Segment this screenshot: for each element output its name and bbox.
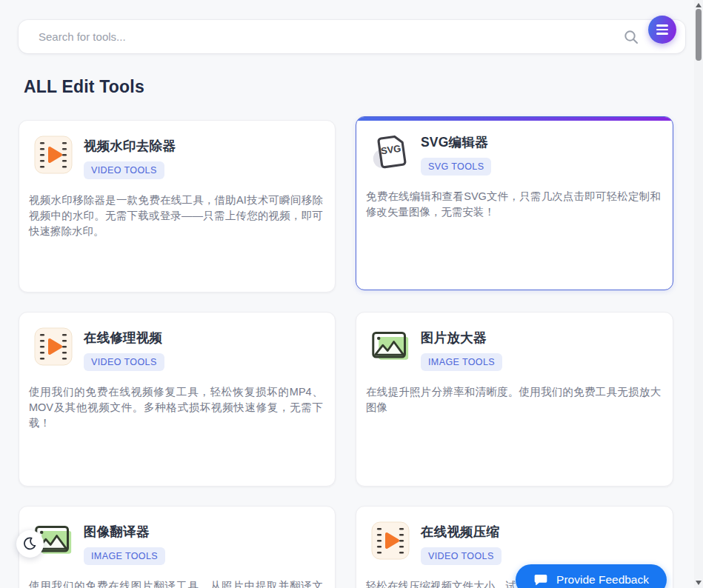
- tool-title: 图片放大器: [421, 329, 502, 347]
- tool-category-badge: SVG TOOLS: [421, 158, 491, 176]
- tool-description: 免费在线编辑和查看SVG文件，只需几次点击即可轻松定制和修改矢量图像，无需安装！: [356, 176, 673, 220]
- tool-description: 视频水印移除器是一款免费在线工具，借助AI技术可瞬间移除视频中的水印。无需下载或…: [19, 179, 335, 239]
- tool-description: 使用我们的免费在线图片翻译工具，从照片中提取并翻译文字。: [19, 565, 335, 588]
- tool-title: 在线修理视频: [84, 329, 164, 347]
- scroll-up-arrow-icon[interactable]: [696, 3, 702, 7]
- tool-description: 在线提升照片分辨率和清晰度。使用我们的免费工具无损放大图像: [356, 371, 673, 415]
- tool-card[interactable]: 图像翻译器 IMAGE TOOLS 使用我们的免费在线图片翻译工具，从照片中提取…: [19, 506, 336, 588]
- tool-category-badge: IMAGE TOOLS: [421, 353, 502, 371]
- feedback-label: Provide Feedback: [556, 573, 649, 587]
- tool-category-badge: VIDEO TOOLS: [421, 547, 502, 565]
- tool-card[interactable]: 在线修理视频 VIDEO TOOLS 使用我们的免费在线视频修复工具，轻松恢复损…: [19, 312, 336, 487]
- tool-card[interactable]: SVG SVG编辑器 SVG TOOLS 免费在线编辑和查看SVG文件，只需几次…: [356, 116, 673, 290]
- image-tool-icon: [371, 327, 410, 366]
- video-tool-icon: [371, 521, 410, 560]
- tool-card[interactable]: 视频水印去除器 VIDEO TOOLS 视频水印移除器是一款免费在线工具，借助A…: [19, 120, 336, 293]
- theme-toggle-button[interactable]: [16, 530, 44, 558]
- scroll-down-arrow-icon[interactable]: [696, 581, 702, 585]
- feedback-button[interactable]: Provide Feedback: [516, 564, 667, 588]
- svg-file-icon: SVG: [371, 132, 410, 170]
- tool-category-badge: VIDEO TOOLS: [84, 161, 164, 179]
- tool-title: 图像翻译器: [84, 523, 165, 541]
- chat-bubble-icon: [533, 572, 548, 587]
- search-input[interactable]: [19, 30, 685, 43]
- tool-title: 视频水印去除器: [84, 137, 176, 155]
- card-accent-bar: [356, 117, 673, 121]
- tool-category-badge: VIDEO TOOLS: [84, 353, 164, 371]
- video-tool-icon: [34, 136, 73, 174]
- search-icon: [623, 29, 639, 45]
- scrollbar-thumb[interactable]: [696, 9, 702, 61]
- video-tool-icon: [34, 327, 73, 366]
- tool-title: SVG编辑器: [421, 133, 491, 151]
- tool-title: 在线视频压缩: [421, 523, 502, 541]
- tool-category-badge: IMAGE TOOLS: [84, 547, 165, 565]
- page-title: ALL Edit Tools: [24, 77, 144, 97]
- tool-description: 使用我们的免费在线视频修复工具，轻松恢复损坏的MP4、MOV及其他视频文件。多种…: [19, 371, 335, 431]
- tool-card[interactable]: 图片放大器 IMAGE TOOLS 在线提升照片分辨率和清晰度。使用我们的免费工…: [356, 312, 673, 487]
- search-bar: [19, 20, 685, 53]
- hamburger-menu-icon: [656, 24, 668, 35]
- tools-grid: 视频水印去除器 VIDEO TOOLS 视频水印移除器是一款免费在线工具，借助A…: [19, 120, 673, 588]
- scrollbar[interactable]: [694, 0, 703, 588]
- menu-button[interactable]: [648, 16, 676, 44]
- moon-icon: [22, 535, 38, 553]
